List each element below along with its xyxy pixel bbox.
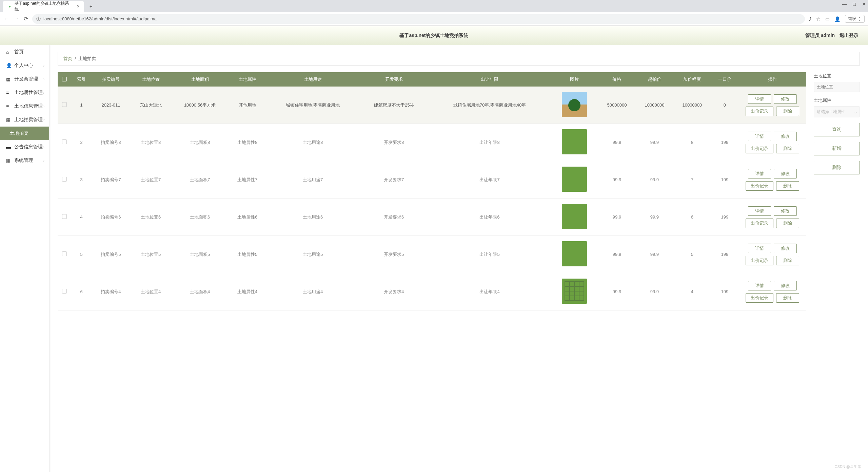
- reload-icon[interactable]: ⟳: [24, 16, 28, 22]
- col-header-9: 图片: [551, 72, 598, 87]
- cell-term: 出让年限4: [429, 273, 551, 310]
- cell-idx: 6: [71, 273, 92, 310]
- query-button[interactable]: 查询: [814, 123, 860, 136]
- col-header-5: 土地属性: [228, 72, 267, 87]
- row-checkbox[interactable]: [62, 289, 67, 294]
- cell-code: 拍卖编号7: [92, 161, 130, 199]
- sidebar-item-label: 个人中心: [14, 62, 33, 69]
- cell-area: 10000.56平方米: [172, 87, 228, 124]
- cell-use: 土地用途8: [267, 124, 359, 161]
- delete-button[interactable]: 删除: [776, 107, 799, 116]
- bookmark-icon[interactable]: ☆: [816, 16, 821, 22]
- cell-idx: 4: [71, 199, 92, 236]
- detail-button[interactable]: 详情: [748, 169, 771, 178]
- new-tab-button[interactable]: +: [86, 2, 96, 11]
- filter-loc-input[interactable]: [814, 82, 860, 92]
- row-checkbox[interactable]: [62, 177, 67, 182]
- sidebar-item-5[interactable]: ▦土地拍卖管理›: [0, 113, 49, 127]
- sidebar-item-8[interactable]: ▦系统管理›: [0, 154, 49, 167]
- edit-button[interactable]: 修改: [774, 244, 797, 253]
- cell-loc: 土地位置7: [130, 161, 172, 199]
- cell-use: 土地用途4: [267, 273, 359, 310]
- minimize-icon[interactable]: —: [842, 1, 847, 7]
- user-label[interactable]: 管理员 admin: [805, 33, 835, 39]
- detail-button[interactable]: 详情: [748, 132, 771, 141]
- select-all-checkbox[interactable]: [62, 77, 67, 81]
- menu-icon: ≡: [6, 103, 11, 109]
- logout-link[interactable]: 退出登录: [840, 33, 859, 39]
- share-icon[interactable]: ⤴: [809, 16, 811, 22]
- bidlog-button[interactable]: 出价记录: [746, 107, 773, 116]
- cell-one: 199: [711, 161, 738, 199]
- row-checkbox[interactable]: [62, 214, 67, 219]
- menu-icon: ≡: [6, 90, 11, 95]
- menu-icon: ⌂: [6, 49, 11, 55]
- delete-button[interactable]: 删除: [776, 293, 799, 303]
- cell-loc: 土地位置8: [130, 124, 172, 161]
- cell-idx: 1: [71, 87, 92, 124]
- cell-start: 99.9: [636, 161, 673, 199]
- maximize-icon[interactable]: □: [853, 1, 856, 7]
- sidebar-item-6[interactable]: 土地拍卖: [0, 127, 49, 140]
- sidebar-item-label: 土地拍卖管理: [14, 117, 43, 123]
- forward-icon[interactable]: →: [14, 16, 19, 22]
- cell-term: 出让年限6: [429, 199, 551, 236]
- bidlog-button[interactable]: 出价记录: [746, 219, 773, 228]
- row-checkbox[interactable]: [62, 139, 67, 144]
- error-button[interactable]: 错误 ⋮: [845, 15, 865, 23]
- row-checkbox[interactable]: [62, 102, 67, 107]
- sidebar-item-7[interactable]: ▬公告信息管理›: [0, 140, 49, 154]
- row-checkbox[interactable]: [62, 251, 67, 256]
- col-header-4: 土地面积: [172, 72, 228, 87]
- sidebar-item-0[interactable]: ⌂首页: [0, 45, 49, 59]
- sidebar-item-3[interactable]: ≡土地属性管理›: [0, 86, 49, 99]
- browser-tab[interactable]: ▾ 基于asp.net的乡镇土地竞拍系统 ×: [3, 1, 84, 12]
- cell-start: 99.9: [636, 124, 673, 161]
- detail-button[interactable]: 详情: [748, 94, 771, 104]
- edit-button[interactable]: 修改: [774, 94, 797, 104]
- profile-icon[interactable]: 👤: [834, 16, 840, 22]
- edit-button[interactable]: 修改: [774, 281, 797, 290]
- delete-button[interactable]: 删除: [776, 181, 799, 191]
- cell-price: 99.9: [598, 161, 636, 199]
- back-icon[interactable]: ←: [3, 16, 9, 22]
- thumbnail: [562, 204, 587, 229]
- delete-button[interactable]: 删除: [776, 219, 799, 228]
- filter-attr-select[interactable]: 请选择土地属性 ⌵: [814, 106, 860, 117]
- detail-button[interactable]: 详情: [748, 206, 771, 216]
- chevron-down-icon: ⌵: [854, 110, 857, 114]
- cell-loc: 土地位置5: [130, 236, 172, 273]
- add-button[interactable]: 新增: [814, 142, 860, 155]
- edit-button[interactable]: 修改: [774, 206, 797, 216]
- sidebar-item-label: 系统管理: [14, 157, 33, 164]
- edit-button[interactable]: 修改: [774, 169, 797, 178]
- bidlog-button[interactable]: 出价记录: [746, 293, 773, 303]
- sidebar-item-4[interactable]: ≡土地信息管理›: [0, 99, 49, 113]
- cell-loc: 土地位置6: [130, 199, 172, 236]
- col-header-11: 起拍价: [636, 72, 673, 87]
- breadcrumb-home[interactable]: 首页: [63, 56, 72, 61]
- bidlog-button[interactable]: 出价记录: [746, 144, 773, 153]
- cell-step: 7: [673, 161, 711, 199]
- cell-use: 城镇住宅用地,零售商业用地: [267, 87, 359, 124]
- url-bar[interactable]: ⓘ localhost:8080/netbc162/admin/dist/ind…: [32, 14, 805, 24]
- filter-loc-label: 土地位置: [814, 73, 860, 79]
- breadcrumb-current: 土地拍卖: [78, 56, 96, 61]
- close-tab-icon[interactable]: ×: [77, 4, 79, 9]
- delete-button[interactable]: 删除: [776, 144, 799, 153]
- cell-req: 开发要求4: [359, 273, 429, 310]
- sidebar-item-2[interactable]: ▦开发商管理›: [0, 72, 49, 86]
- detail-button[interactable]: 详情: [748, 281, 771, 290]
- sidebar-item-1[interactable]: 👤个人中心›: [0, 59, 49, 72]
- edit-button[interactable]: 修改: [774, 132, 797, 141]
- bidlog-button[interactable]: 出价记录: [746, 181, 773, 191]
- close-window-icon[interactable]: ✕: [862, 1, 866, 7]
- bidlog-button[interactable]: 出价记录: [746, 256, 773, 265]
- detail-button[interactable]: 详情: [748, 244, 771, 253]
- install-icon[interactable]: ▭: [825, 16, 830, 22]
- breadcrumb: 首页 / 土地拍卖: [58, 52, 860, 65]
- col-header-1: 索引: [71, 72, 92, 87]
- site-info-icon[interactable]: ⓘ: [36, 16, 41, 22]
- delete-button[interactable]: 删除: [814, 161, 860, 174]
- delete-button[interactable]: 删除: [776, 256, 799, 265]
